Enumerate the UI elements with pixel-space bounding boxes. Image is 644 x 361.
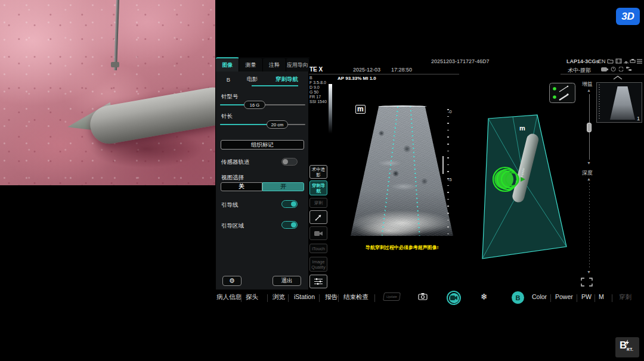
view-off-button[interactable]: 关 [221, 182, 262, 191]
needle-length-value[interactable]: 20 cm [267, 120, 288, 129]
exam-time: 17:28:50 [391, 67, 412, 73]
cine-icon[interactable] [615, 58, 622, 64]
clip-thumbnail[interactable]: 1 [596, 82, 642, 123]
subtab-b[interactable]: B [222, 76, 235, 83]
depth-down-arrow[interactable]: ▼ [587, 270, 591, 274]
view-select-segmented: 关 开 [221, 182, 304, 191]
toolbar-separator [374, 294, 375, 302]
image-params: B F 3.5-8.0 D 9.0 G 50 FR 17 SSI 1540 [309, 76, 327, 104]
thumb-image [610, 86, 635, 120]
panel-settings-button[interactable]: ⚙ [222, 276, 242, 286]
needle-length-slider[interactable]: 20 cm [220, 120, 305, 129]
depth-label: 深度 [582, 169, 593, 177]
exit-button[interactable]: 退出 [273, 276, 301, 286]
end-exam-button[interactable]: 结束检查 [343, 293, 369, 301]
mode-pw-button[interactable]: PW [581, 293, 592, 300]
tab-image[interactable]: 图像 [216, 57, 239, 71]
toolbar-separator [595, 294, 595, 302]
mode-m-button[interactable]: M [599, 293, 604, 300]
tab-app-guide[interactable]: 应用导向 [286, 58, 309, 71]
istation-button[interactable]: iStation [294, 293, 315, 300]
fullscreen-button[interactable] [581, 278, 593, 287]
arrow-annotation-button[interactable] [309, 210, 327, 224]
toolbar-separator [319, 294, 320, 302]
brt-watermark: B RT. [615, 337, 639, 357]
view-on-button[interactable]: 开 [262, 182, 304, 191]
needle-type-value[interactable]: 16 G [244, 101, 265, 109]
puncture-nav-button[interactable]: 穿刺导航 [309, 181, 327, 195]
camera-clip-button[interactable] [309, 226, 327, 240]
puncture-button[interactable]: 穿刺 [309, 198, 327, 208]
thumb-index: 1 [637, 116, 640, 122]
panel-tabs: 图像 测量 注释 应用导向 [216, 57, 309, 71]
itouch-button[interactable]: iTouch [309, 244, 327, 253]
subtab-cine[interactable]: 电影 [242, 76, 262, 83]
mode-color-button[interactable]: Color [532, 293, 547, 300]
record-video-button[interactable] [447, 291, 461, 305]
review-button[interactable]: 浏览 [273, 293, 285, 301]
gear-icon: ⚙ [229, 277, 235, 285]
report-button[interactable]: 报告 [325, 293, 338, 301]
toolbar-separator [612, 294, 612, 302]
needle-hub [111, 62, 119, 67]
3d-badge: 3D [616, 8, 640, 25]
depth-up-arrow[interactable]: ▲ [587, 178, 591, 181]
probe-button[interactable]: 探头 [246, 293, 258, 301]
thumb-ruler [599, 85, 600, 120]
network-icon[interactable] [623, 58, 629, 64]
depth-track[interactable] [589, 183, 590, 269]
gain-up-arrow[interactable]: ▲ [587, 89, 591, 92]
param-frequency: F 3.5-8.0 [309, 80, 327, 85]
toolbar-separator [577, 294, 577, 302]
grayscale-bar [329, 84, 332, 133]
sliders-icon [314, 278, 323, 285]
guide-area-toggle[interactable] [281, 221, 298, 229]
mode-puncture-button[interactable]: 穿刺 [619, 293, 631, 301]
gain-label: 增益 [582, 80, 593, 88]
thumbnail-collapse-chevron[interactable] [613, 76, 623, 80]
archive-icon[interactable] [607, 58, 614, 64]
header-divider-left [309, 74, 459, 74]
menu-icon[interactable] [637, 59, 642, 64]
laparoscopic-video [0, 0, 215, 185]
header-divider-right [561, 74, 644, 74]
subtab-active-underline [252, 85, 298, 86]
needle-status-led [553, 87, 556, 91]
intraop-contrast-button[interactable]: 术中造影 [309, 165, 327, 179]
printer-icon[interactable] [630, 58, 636, 64]
gain-down-arrow[interactable]: ▼ [587, 161, 591, 165]
image-quality-button[interactable]: Image Quality [309, 257, 327, 272]
tissue-mark-button[interactable]: 组织标记 [221, 140, 304, 150]
guide-line-toggle[interactable] [281, 200, 298, 208]
sensor-track-label: 传感器轨道 [221, 158, 250, 166]
exam-id: 20251203-171727-46D7 [431, 58, 490, 64]
fullscreen-icon [581, 278, 593, 287]
sensor-status-led [553, 95, 556, 99]
sensor-track-toggle[interactable] [281, 158, 298, 166]
status-icon-disk [611, 67, 616, 71]
tab-measure[interactable]: 测量 [239, 58, 262, 71]
param-mode: B [309, 76, 327, 80]
subtab-puncture-nav[interactable]: 穿刺导航 [268, 76, 305, 83]
snapshot-button[interactable] [418, 292, 428, 300]
speckle-texture [351, 106, 453, 236]
camera-icon [418, 292, 428, 300]
status-icon-sync [618, 67, 624, 71]
mode-power-button[interactable]: Power [555, 293, 573, 300]
view-select-label: 视图选择 [221, 174, 244, 182]
gain-knob[interactable] [587, 123, 592, 132]
needle-type-slider[interactable]: 16 G [220, 101, 305, 109]
acoustic-power: AP 93.33% MI 1.0 [338, 76, 376, 81]
update-button[interactable]: Update [383, 292, 401, 301]
mode-b-button[interactable]: B [512, 291, 524, 304]
nav3d-orientation-marker: m [519, 125, 525, 132]
menu-sliders-button[interactable] [309, 275, 327, 288]
patient-info-button[interactable]: 病人信息 [216, 293, 242, 301]
puncture-nav-panel: 图像 测量 注释 应用导向 B 电影 穿刺导航 针型号 16 G 针长 20 c… [215, 57, 309, 290]
language-indicator[interactable]: EN [598, 58, 606, 64]
param-gain: G 50 [309, 90, 327, 95]
tab-annotate[interactable]: 注释 [263, 58, 286, 71]
mode-title: TE X [309, 66, 323, 73]
probe-name[interactable]: LAP14-3CGs [566, 58, 599, 64]
freeze-button[interactable]: ❄ [481, 292, 488, 301]
